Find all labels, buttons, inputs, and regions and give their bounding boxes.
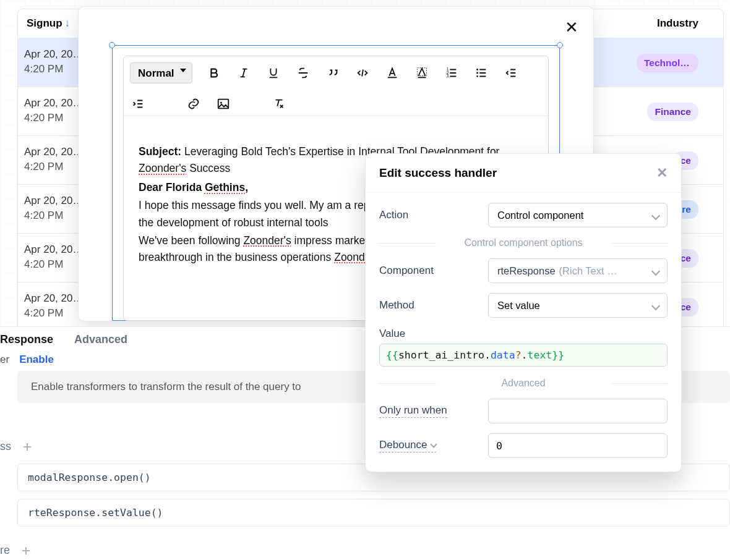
resize-handle-icon[interactable]	[109, 42, 115, 48]
sort-desc-icon: ↓	[65, 17, 71, 30]
tab-advanced[interactable]: Advanced	[74, 333, 127, 346]
svg-point-8	[476, 75, 478, 77]
link-icon[interactable]	[186, 96, 202, 112]
svg-rect-0	[388, 77, 397, 78]
resize-handle-icon[interactable]	[557, 42, 563, 48]
industry-badge: Technolo…	[637, 54, 698, 72]
divider-label: Advanced	[366, 378, 681, 389]
svg-text:3: 3	[447, 74, 449, 78]
text-color-icon[interactable]	[384, 65, 400, 81]
column-header-industry[interactable]: Industry	[657, 17, 698, 30]
success-section-fragment: ss	[0, 440, 11, 453]
edit-success-handler-popup: Edit success handler ✕ Action Control co…	[365, 153, 682, 472]
value-input[interactable]: {{short_ai_intro.data?.text}}	[379, 344, 668, 367]
only-run-when-input[interactable]	[488, 399, 668, 423]
add-handler-button[interactable]: ＋	[19, 540, 33, 560]
ordered-list-icon[interactable]: 123	[444, 65, 460, 81]
heading-select[interactable]: Normal	[130, 62, 192, 83]
subject-label: Subject:	[139, 145, 181, 158]
outdent-icon[interactable]	[503, 65, 519, 81]
value-label: Value	[366, 318, 681, 344]
handler-item[interactable]: rteResponse.setValue()	[17, 499, 730, 527]
only-run-when-label: Only run when	[379, 404, 447, 418]
popup-title: Edit success handler	[379, 166, 497, 180]
enable-link[interactable]: Enable	[19, 354, 54, 366]
divider-label: Control component options	[366, 237, 681, 248]
highlight-icon[interactable]	[414, 65, 430, 81]
tab-response[interactable]: Response	[0, 333, 53, 346]
debounce-input[interactable]	[488, 433, 668, 458]
column-header-signup[interactable]: Signup ↓	[23, 17, 74, 30]
indent-icon[interactable]	[130, 96, 146, 112]
italic-icon[interactable]	[236, 65, 252, 81]
component-label: Component	[379, 265, 434, 277]
close-icon[interactable]: ✕	[565, 18, 578, 37]
success-handlers-list: modalResponse.open() rteResponse.setValu…	[17, 464, 730, 527]
underline-icon[interactable]	[265, 65, 281, 81]
failure-section-fragment: re	[0, 544, 10, 557]
code-block-icon[interactable]	[354, 65, 371, 81]
svg-rect-1	[418, 77, 426, 78]
image-icon[interactable]	[215, 96, 231, 112]
chevron-down-icon	[430, 441, 437, 448]
transformer-label-fragment: er	[0, 354, 9, 366]
method-label: Method	[379, 299, 414, 312]
action-label: Action	[379, 209, 408, 221]
component-select[interactable]: rteResponse(Rich Text …	[488, 258, 668, 283]
bold-icon[interactable]	[206, 65, 222, 81]
svg-point-6	[476, 69, 478, 70]
industry-badge: Finance	[647, 103, 698, 121]
debounce-label: Debounce	[379, 439, 436, 452]
method-select[interactable]: Set value	[488, 293, 668, 318]
unordered-list-icon[interactable]	[473, 65, 489, 81]
close-icon[interactable]: ✕	[656, 165, 668, 181]
quote-icon[interactable]	[325, 65, 341, 81]
strikethrough-icon[interactable]	[295, 65, 311, 81]
svg-point-7	[476, 72, 478, 74]
column-header-signup-label: Signup	[27, 17, 62, 30]
action-select[interactable]: Control component	[488, 203, 668, 227]
clear-format-icon[interactable]	[271, 96, 287, 112]
rte-toolbar: Normal 123	[124, 56, 548, 116]
add-handler-button[interactable]: ＋	[20, 436, 35, 456]
svg-point-10	[220, 102, 222, 104]
